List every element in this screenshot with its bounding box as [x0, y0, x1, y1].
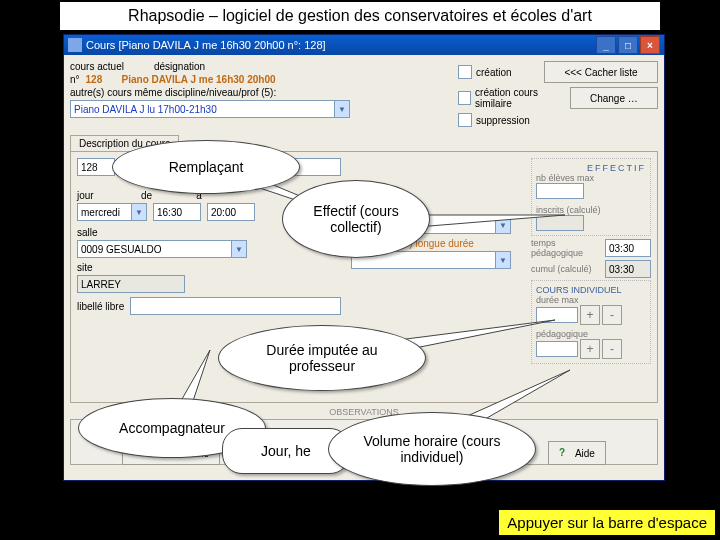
cours-actuel-label: cours actuel — [70, 61, 124, 72]
no-field: 128 — [77, 158, 115, 176]
app-icon — [68, 38, 82, 52]
designation-label: désignation — [154, 61, 205, 72]
help-icon: ? — [559, 447, 571, 459]
designation-value: Piano DAVILA J me 16h30 20h00 — [122, 74, 276, 85]
plus-button[interactable]: + — [580, 305, 600, 325]
suppression-checkbox[interactable] — [458, 113, 472, 127]
callout-volume: Volume horaire (cours individuel) — [328, 412, 536, 486]
inscrits-field — [536, 215, 584, 231]
minus-button[interactable]: - — [602, 305, 622, 325]
chevron-down-icon: ▼ — [132, 203, 147, 221]
temps-label: temps pédagogique — [531, 238, 601, 258]
site-field: LARREY — [77, 275, 185, 293]
hide-list-button[interactable]: <<< Cacher liste — [544, 61, 658, 83]
libelle-field[interactable] — [130, 297, 341, 315]
autres-label: autre(s) cours même discipline/niveau/pr… — [70, 87, 276, 98]
cours-individuel-group: COURS INDIVIDUEL durée max + - pédagogiq… — [531, 280, 651, 364]
chevron-down-icon: ▼ — [496, 251, 511, 269]
window-titlebar: Cours [Piano DAVILA J me 16h30 20h00 n°:… — [64, 35, 664, 55]
chevron-down-icon: ▼ — [335, 100, 350, 118]
duree-max-field[interactable] — [536, 307, 578, 323]
de-label: de — [141, 190, 152, 201]
callout-effectif: Effectif (cours collectif) — [282, 180, 430, 258]
creation-sim-label: création cours similaire — [475, 87, 570, 109]
temps-field[interactable]: 03:30 — [605, 239, 651, 257]
libelle-label: libellé libre — [77, 301, 124, 312]
chevron-down-icon: ▼ — [232, 240, 247, 258]
callout-duree: Durée imputée au professeur — [218, 325, 426, 391]
minimize-button[interactable]: _ — [596, 36, 616, 54]
eff-max-field[interactable] — [536, 183, 584, 199]
salle-select[interactable]: 0009 GESUALDO▼ — [77, 240, 247, 258]
help-button[interactable]: ?Aide — [548, 441, 606, 465]
site-label: site — [77, 262, 93, 273]
chevron-down-icon: ▼ — [496, 216, 511, 234]
no-value: 128 — [86, 74, 116, 85]
effectif-group: EFFECTIF nb élèves max inscrits (calculé… — [531, 158, 651, 236]
a-field[interactable]: 20:00 — [207, 203, 255, 221]
creation-label: création — [476, 67, 512, 78]
cumul-field: 03:30 — [605, 260, 651, 278]
plus-button-2[interactable]: + — [580, 339, 600, 359]
autres-cours-select[interactable]: Piano DAVILA J lu 17h00-21h30 ▼ — [70, 100, 350, 118]
salle-label: salle — [77, 227, 98, 238]
callout-remplacant: Remplaçant — [112, 140, 300, 194]
maximize-button[interactable]: □ — [618, 36, 638, 54]
suppression-label: suppression — [476, 115, 530, 126]
jour-select[interactable]: mercredi▼ — [77, 203, 147, 221]
window-title: Cours [Piano DAVILA J me 16h30 20h00 n°:… — [86, 39, 326, 51]
minus-button-2[interactable]: - — [602, 339, 622, 359]
cumul-label: cumul (calculé) — [531, 264, 601, 274]
change-button[interactable]: Change … — [570, 87, 658, 109]
creation-checkbox[interactable] — [458, 65, 472, 79]
jour-label: jour — [77, 190, 127, 201]
pedag-field[interactable] — [536, 341, 578, 357]
de-field[interactable]: 16:30 — [153, 203, 201, 221]
creation-sim-checkbox[interactable] — [458, 91, 471, 105]
slide-title-text: Rhapsodie – logiciel de gestion des cons… — [128, 7, 592, 25]
close-button[interactable]: × — [640, 36, 660, 54]
spacebar-hint: Appuyer sur la barre d'espace — [498, 509, 716, 536]
no-label: n° — [70, 74, 80, 85]
slide-title: Rhapsodie – logiciel de gestion des cons… — [60, 2, 660, 30]
